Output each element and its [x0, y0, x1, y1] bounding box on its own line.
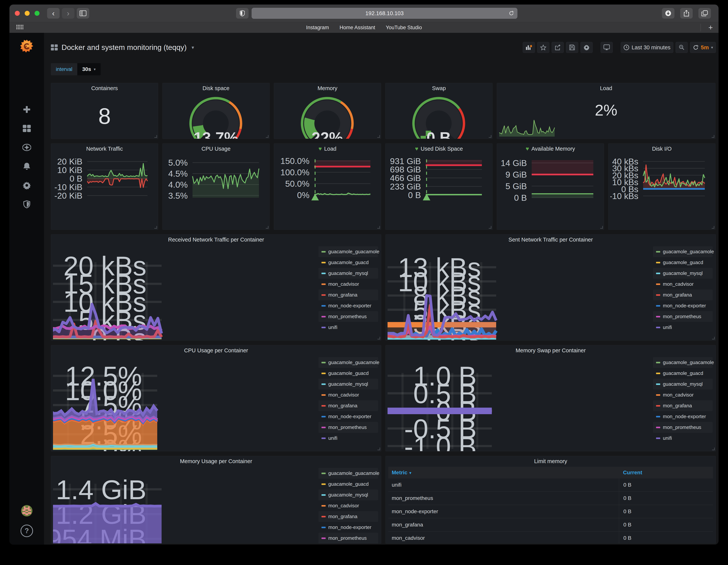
panel-title[interactable]: Memory Swap per Container	[386, 345, 716, 355]
memory-gauge[interactable]: 22%	[276, 93, 379, 139]
swap-gauge[interactable]: 0 B	[387, 93, 490, 139]
panel-resize-handle[interactable]	[154, 135, 157, 138]
legend-item[interactable]: mon_node-exporter	[318, 522, 378, 533]
panel-title[interactable]: Memory Usage per Container	[51, 456, 381, 466]
minimize-window-icon[interactable]	[25, 11, 30, 16]
panel-resize-handle[interactable]	[377, 337, 380, 339]
legend-item[interactable]: unifi	[653, 433, 713, 444]
legend-item[interactable]: mon_grafana	[653, 400, 713, 411]
panel-resize-handle[interactable]	[712, 226, 714, 229]
panel-resize-handle[interactable]	[600, 226, 603, 229]
user-avatar[interactable]	[21, 505, 33, 517]
share-dashboard-button[interactable]	[552, 42, 564, 53]
legend-item[interactable]: mon_cadvisor	[318, 500, 378, 511]
load-sparkline[interactable]	[498, 116, 555, 137]
panel-title[interactable]: Load	[497, 83, 715, 93]
panel-resize-handle[interactable]	[377, 447, 380, 450]
legend-item[interactable]: mon_grafana	[318, 511, 378, 522]
panel-title[interactable]: Sent Network Traffic per Container	[386, 235, 716, 245]
legend-item[interactable]: unifi	[653, 322, 713, 333]
zoom-window-icon[interactable]	[35, 11, 39, 16]
bookmark-instagram[interactable]: Instagram	[306, 25, 329, 31]
downloads-button[interactable]	[662, 8, 674, 19]
panel-title[interactable]: ♥Available Memory	[497, 144, 604, 154]
disk-space-gauge[interactable]: 13.7%	[164, 93, 267, 139]
legend-item[interactable]: mon_cadvisor	[653, 279, 713, 289]
sidebar-item-explore[interactable]	[22, 143, 31, 152]
panel-title[interactable]: ♥Load	[274, 144, 381, 154]
legend-item[interactable]: mon_node-exporter	[653, 300, 713, 311]
panel-resize-handle[interactable]	[712, 447, 715, 450]
panel-title[interactable]: CPU Usage	[163, 144, 269, 154]
close-window-icon[interactable]	[15, 11, 20, 16]
legend-item[interactable]: guacamole_mysql	[318, 489, 378, 500]
refresh-picker[interactable]: 5m ▾	[690, 42, 716, 53]
panel-resize-handle[interactable]	[154, 226, 157, 229]
legend-item[interactable]: guacamole_guacamole	[653, 357, 713, 368]
legend-item[interactable]: guacamole_mysql	[318, 379, 378, 389]
panel-resize-handle[interactable]	[712, 337, 715, 339]
legend-item[interactable]: mon_grafana	[653, 289, 713, 300]
legend-item[interactable]: guacamole_mysql	[653, 379, 713, 389]
sidebar-item-alerting[interactable]	[22, 162, 31, 171]
save-dashboard-button[interactable]	[566, 42, 578, 53]
privacy-shield-button[interactable]	[236, 8, 249, 19]
legend-item[interactable]: guacamole_guacd	[653, 368, 713, 379]
panel-resize-handle[interactable]	[489, 135, 491, 138]
time-range-picker[interactable]: Last 30 minutes	[621, 42, 673, 53]
legend-item[interactable]: mon_prometheus	[318, 311, 378, 322]
legend-item[interactable]: mon_grafana	[318, 400, 378, 411]
available-memory-chart[interactable]: 14 GiB9 GiB5 GiB0 B	[499, 154, 602, 205]
sidebar-item-create[interactable]	[22, 105, 31, 114]
panel-title[interactable]: Memory	[274, 83, 381, 93]
legend-item[interactable]: guacamole_guacd	[318, 479, 378, 489]
legend-item[interactable]: mon_prometheus	[653, 422, 713, 433]
legend-item[interactable]: guacamole_guacamole	[318, 357, 378, 368]
panel-title[interactable]: Limit memory	[386, 456, 716, 466]
network-traffic-chart[interactable]: 20 KiB10 KiB0 B-10 KiB-20 KiB	[53, 154, 156, 205]
dashboard-settings-button[interactable]	[580, 42, 593, 53]
bookmark-youtube-studio[interactable]: YouTube Studio	[386, 25, 422, 31]
load-chart[interactable]: 150.0%100.0%50.0%0%	[276, 154, 379, 205]
legend-item[interactable]: mon_node-exporter	[653, 411, 713, 422]
sidebar-toggle-button[interactable]	[77, 8, 89, 19]
panel-resize-handle[interactable]	[266, 226, 268, 229]
star-dashboard-button[interactable]	[537, 42, 549, 53]
legend-item[interactable]: guacamole_mysql	[653, 268, 713, 279]
legend-item[interactable]: guacamole_guacd	[318, 368, 378, 379]
interval-dropdown[interactable]: 30s▾	[77, 63, 101, 75]
legend-item[interactable]: mon_grafana	[318, 289, 378, 300]
share-button[interactable]	[680, 8, 693, 19]
tab-overview-button[interactable]	[698, 8, 711, 19]
panel-title[interactable]: Received Network Traffic per Container	[51, 235, 381, 245]
legend-item[interactable]: guacamole_guacamole	[653, 246, 713, 257]
panel-title[interactable]: CPU Usage per Container	[51, 345, 381, 355]
panel-title[interactable]: ♥Used Disk Space	[385, 144, 492, 154]
legend-item[interactable]: mon_node-exporter	[318, 411, 378, 422]
cycle-view-button[interactable]	[601, 42, 613, 53]
panel-title[interactable]: Swap	[385, 83, 492, 93]
sidebar-item-configuration[interactable]	[22, 181, 31, 190]
legend-item[interactable]: mon_prometheus	[653, 311, 713, 322]
panel-title[interactable]: Containers	[51, 83, 158, 93]
sidebar-item-server-admin[interactable]	[22, 200, 31, 209]
panel-resize-handle[interactable]	[377, 226, 380, 229]
panel-resize-handle[interactable]	[377, 135, 380, 138]
panel-title[interactable]: Disk space	[163, 83, 269, 93]
legend-item[interactable]: mon_cadvisor	[318, 389, 378, 400]
column-header-current[interactable]: Current	[619, 467, 713, 478]
used-disk-space-chart[interactable]: 931 GiB698 GiB466 GiB233 GiB0 B	[387, 154, 490, 205]
legend-item[interactable]: unifi	[318, 433, 378, 444]
grafana-logo[interactable]	[20, 39, 33, 53]
forward-button[interactable]: ›	[62, 8, 74, 19]
legend-item[interactable]: unifi	[318, 322, 378, 333]
panel-resize-handle[interactable]	[266, 135, 268, 138]
legend-item[interactable]: mon_cadvisor	[653, 389, 713, 400]
column-header-metric[interactable]: Metric▾	[388, 470, 619, 476]
sidebar-item-dashboards[interactable]	[22, 124, 31, 133]
disk-io-chart[interactable]: 40 kBs30 kBs20 kBs10 kBs0 Bs-10 kBs	[610, 154, 713, 205]
legend-item[interactable]: mon_prometheus	[318, 533, 378, 544]
panel-resize-handle[interactable]	[712, 135, 714, 138]
cpu-usage-chart[interactable]: 5.0%4.5%4.0%3.5%	[164, 154, 267, 205]
reload-icon[interactable]	[509, 10, 514, 16]
